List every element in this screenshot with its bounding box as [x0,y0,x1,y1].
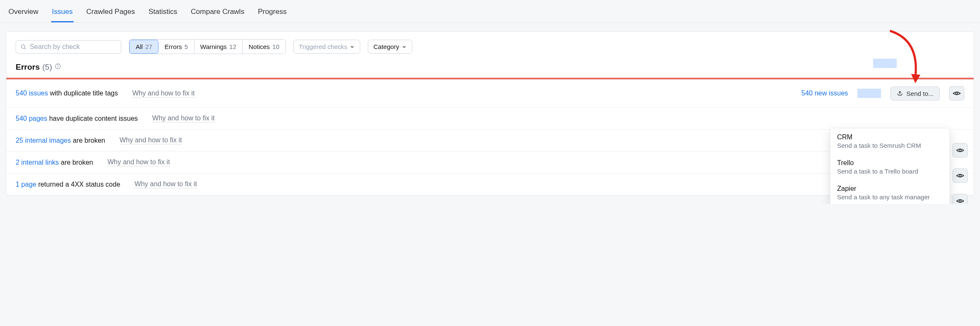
issue-link[interactable]: 25 internal images [16,137,71,144]
toolbar: All27Errors5Warnings12Notices10 Triggere… [6,32,974,59]
svg-point-7 [959,149,961,152]
filter-segment: All27Errors5Warnings12Notices10 [129,39,286,54]
tab-compare-crawls[interactable]: Compare Crawls [190,5,245,22]
chevron-down-icon [402,44,407,49]
issue-description: 540 pages have duplicate content issues [16,115,138,122]
tab-issues[interactable]: Issues [51,5,74,22]
option-title: Trello [837,159,943,167]
svg-point-9 [959,200,961,202]
sendto-option-trello[interactable]: TrelloSend a task to a Trello board [830,154,950,180]
info-icon[interactable] [55,63,61,71]
triggered-label: Triggered checks [299,43,348,50]
search-icon [20,43,26,50]
hide-button[interactable] [949,86,964,101]
highlight-block [873,59,897,68]
hide-button[interactable] [953,143,968,158]
fix-link[interactable]: Why and how to fix it [132,90,195,98]
search-input[interactable] [30,43,117,51]
issue-link[interactable]: 540 pages [16,115,47,122]
filter-label: Warnings [200,43,227,50]
category-label: Category [373,43,399,50]
issue-row: 1 page returned a 4XX status codeWhy and… [6,174,974,195]
share-icon [897,90,903,97]
issues-panel: All27Errors5Warnings12Notices10 Triggere… [6,31,974,196]
nav-tabs: OverviewIssuesCrawled PagesStatisticsCom… [0,0,980,23]
new-issues-link[interactable]: 540 new issues [801,90,848,97]
highlight-block [857,89,881,98]
issue-description: 2 internal links are broken [16,159,93,166]
filter-notices[interactable]: Notices10 [243,40,285,54]
category-dropdown[interactable]: Category [368,40,412,54]
issue-description: 1 page returned a 4XX status code [16,181,120,188]
issue-row: 540 issues with duplicate title tagsWhy … [6,79,974,108]
sendto-option-crm[interactable]: CRMSend a task to Semrush CRM [830,128,950,154]
filter-label: All [136,43,143,50]
eye-icon [953,89,961,98]
svg-point-8 [959,175,961,177]
section-header: Errors (5) [6,59,974,78]
svg-line-1 [25,48,26,49]
fix-link[interactable]: Why and how to fix it [107,158,170,166]
filter-count: 10 [272,43,279,50]
filter-count: 5 [184,43,188,50]
option-title: Zapier [837,185,943,193]
filter-errors[interactable]: Errors5 [159,40,194,54]
fix-link[interactable]: Why and how to fix it [120,136,182,144]
triggered-checks-dropdown[interactable]: Triggered checks [293,40,361,54]
issue-text: have duplicate content issues [47,115,138,122]
issue-row: 540 pages have duplicate content issuesW… [6,108,974,130]
option-subtitle: Send a task to a Trello board [837,168,943,175]
option-subtitle: Send a task to Semrush CRM [837,142,943,149]
option-subtitle: Send a task to any task manager [837,193,943,201]
section-count: (5) [42,62,52,72]
filter-count: 27 [145,43,153,50]
hide-button[interactable] [953,194,968,204]
section-title-text: Errors [16,62,40,72]
issue-text: are broken [71,137,105,144]
eye-icon [956,197,964,204]
search-input-wrapper[interactable] [16,40,121,54]
filter-label: Notices [249,43,270,50]
issue-text: are broken [59,159,93,166]
issue-description: 25 internal images are broken [16,137,105,144]
filter-count: 12 [229,43,236,50]
issue-link[interactable]: 1 page [16,181,36,188]
tab-progress[interactable]: Progress [257,5,287,22]
svg-point-4 [58,65,58,65]
tab-crawled-pages[interactable]: Crawled Pages [85,5,136,22]
chevron-down-icon [350,44,355,49]
issue-row: 25 internal images are brokenWhy and how… [6,130,974,152]
issue-description: 540 issues with duplicate title tags [16,90,118,97]
option-title: CRM [837,133,943,141]
issue-row: 2 internal links are brokenWhy and how t… [6,152,974,174]
issue-text: with duplicate title tags [48,90,118,97]
sendto-dropdown: CRMSend a task to Semrush CRMTrelloSend … [830,128,950,204]
tab-statistics[interactable]: Statistics [148,5,178,22]
eye-icon [956,171,964,180]
sendto-label: Send to... [906,90,933,97]
issue-link[interactable]: 2 internal links [16,159,59,166]
filter-warnings[interactable]: Warnings12 [194,40,243,54]
issue-text: returned a 4XX status code [36,181,120,188]
eye-icon [956,146,964,155]
fix-link[interactable]: Why and how to fix it [134,180,197,188]
svg-point-6 [956,92,958,95]
sendto-button[interactable]: Send to... [890,87,940,101]
issues-list: 540 issues with duplicate title tagsWhy … [6,79,974,195]
hide-button[interactable] [953,168,968,183]
filter-label: Errors [164,43,182,50]
svg-point-0 [21,45,25,48]
issue-link[interactable]: 540 issues [16,90,48,97]
sendto-option-zapier[interactable]: ZapierSend a task to any task manager [830,180,950,204]
filter-all[interactable]: All27 [129,40,159,54]
tab-overview[interactable]: Overview [8,5,39,22]
fix-link[interactable]: Why and how to fix it [152,114,215,122]
eye-column [953,143,968,204]
